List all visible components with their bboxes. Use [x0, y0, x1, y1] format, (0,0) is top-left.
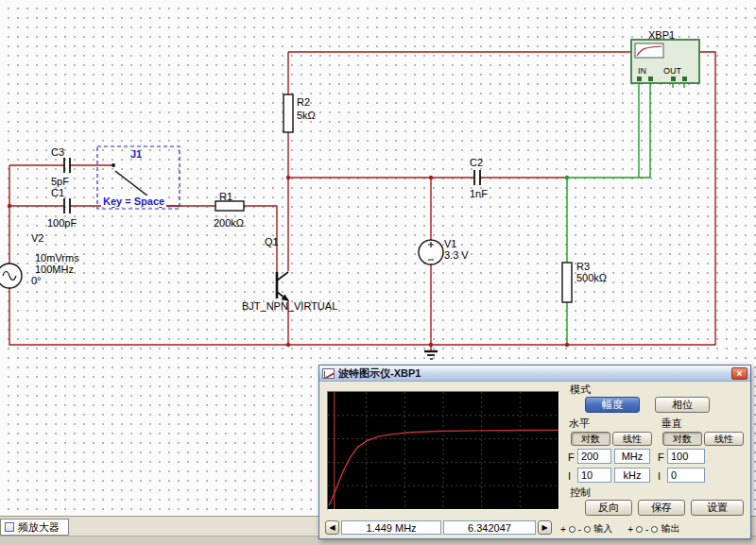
label-j1-ref[interactable]: J1	[130, 148, 142, 160]
bode-window-titlebar[interactable]: 波特图示仪-XBP1 ×	[319, 366, 750, 382]
horizontal-i-input[interactable]: 10	[577, 468, 611, 483]
sheet-tab[interactable]: 频放大器	[0, 519, 69, 536]
label-c3-ref[interactable]: C3	[51, 146, 64, 158]
label-c3-value[interactable]: 5pF	[51, 176, 69, 187]
bode-window-title: 波特图示仪-XBP1	[338, 366, 421, 381]
save-button[interactable]: 保存	[638, 500, 685, 516]
settings-button[interactable]: 设置	[691, 500, 744, 516]
bode-plotter-window[interactable]: 波特图示仪-XBP1 × 模式 幅度 相位 水平 垂直 对数 线性 对数 线性 …	[318, 365, 751, 539]
out-plus-terminal	[636, 526, 643, 533]
magnitude-button[interactable]: 幅度	[585, 397, 640, 413]
in-minus-terminal	[584, 526, 591, 533]
horizontal-i-unit[interactable]: kHz	[614, 468, 650, 483]
vertical-log-button[interactable]: 对数	[662, 432, 702, 446]
horizontal-f-input[interactable]: 200	[577, 449, 611, 464]
out-plus-sign: +	[627, 524, 633, 535]
label-v2-line3[interactable]: 0°	[31, 275, 42, 286]
cursor-frequency-readout: 1.449 MHz	[341, 520, 441, 535]
label-xbp1-in: IN	[638, 66, 646, 76]
horizontal-f-label: F	[568, 451, 575, 463]
horizontal-linear-button[interactable]: 线性	[612, 432, 652, 446]
label-j1-key[interactable]: Key = Space	[101, 196, 166, 207]
mode-section-label: 模式	[570, 383, 591, 395]
in-label: 输入	[593, 522, 612, 536]
in-plus-terminal	[569, 526, 576, 533]
label-c1-value[interactable]: 100pF	[47, 217, 77, 229]
vertical-i-label: I	[658, 470, 661, 482]
label-v1-ref[interactable]: V1	[444, 238, 456, 249]
cursor-value-readout: 6.342047	[443, 520, 536, 535]
bode-terminals: + - 输入 + - 输出	[560, 522, 679, 536]
horizontal-i-label: I	[568, 470, 571, 482]
phase-button[interactable]: 相位	[655, 397, 710, 413]
cursor-right-button[interactable]: ▶	[538, 520, 552, 535]
sheet-icon	[5, 522, 14, 532]
vertical-f-label: F	[658, 451, 664, 463]
label-c1-ref[interactable]: C1	[51, 187, 64, 198]
close-button[interactable]: ×	[731, 367, 747, 380]
out-minus-terminal	[651, 526, 658, 533]
label-r1-ref[interactable]: R1	[219, 191, 232, 202]
label-v2-ref[interactable]: V2	[31, 232, 43, 244]
horizontal-f-unit[interactable]: MHz	[614, 449, 650, 464]
label-q1-ref[interactable]: Q1	[265, 236, 279, 247]
label-v2-line2[interactable]: 100MHz	[35, 264, 74, 275]
vertical-section-label: 垂直	[662, 417, 682, 429]
bode-plot-chart[interactable]	[328, 392, 558, 509]
label-r1-value[interactable]: 200kΩ	[214, 217, 244, 229]
out-minus-sign: -	[645, 524, 648, 535]
vertical-linear-button[interactable]: 线性	[704, 432, 744, 446]
bode-window-icon	[322, 368, 335, 379]
label-q1-model[interactable]: BJT_NPN_VIRTUAL	[242, 300, 337, 312]
label-c2-value[interactable]: 1nF	[470, 188, 488, 199]
label-xbp1-out: OUT	[663, 66, 681, 76]
in-plus-sign: +	[560, 524, 566, 535]
in-minus-sign: -	[578, 524, 581, 535]
label-v1-value[interactable]: 3.3 V	[444, 249, 469, 261]
multisim-workspace: { "app": { "sheet_tab": "频放大器" }, "color…	[0, 0, 756, 545]
horizontal-log-button[interactable]: 对数	[571, 432, 610, 446]
label-xbp1-ref[interactable]: XBP1	[648, 29, 675, 41]
reverse-button[interactable]: 反向	[585, 500, 632, 516]
label-r2-value[interactable]: 5kΩ	[297, 110, 316, 121]
label-v2-line1[interactable]: 10mVrms	[35, 252, 79, 264]
vertical-i-input[interactable]: 0	[667, 468, 705, 483]
control-section-label: 控制	[570, 486, 591, 498]
sheet-tab-label: 频放大器	[18, 520, 60, 535]
horizontal-section-label: 水平	[569, 417, 590, 429]
label-c2-ref[interactable]: C2	[470, 157, 483, 168]
label-r3-ref[interactable]: R3	[576, 261, 590, 272]
vertical-f-input[interactable]: 100	[667, 449, 705, 464]
label-r2-ref[interactable]: R2	[297, 96, 310, 108]
label-r3-value[interactable]: 500kΩ	[576, 272, 607, 283]
bode-plot-area[interactable]	[327, 391, 559, 510]
cursor-left-button[interactable]: ◀	[325, 520, 339, 535]
out-label: 输出	[661, 522, 679, 536]
